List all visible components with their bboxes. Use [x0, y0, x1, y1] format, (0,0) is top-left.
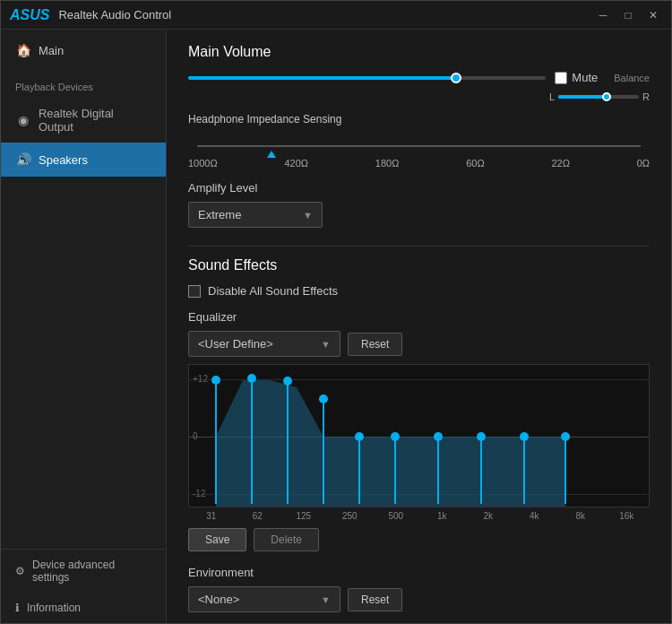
equalizer-label: Equalizer: [188, 310, 650, 324]
amplify-label: Amplify Level: [188, 181, 650, 195]
impedance-val-1: 420Ω: [284, 158, 308, 169]
balance-left-label: L: [549, 91, 555, 102]
amplify-dropdown[interactable]: Extreme ▼: [188, 202, 323, 228]
window-controls: ─ □ ✕: [594, 6, 662, 24]
freq-label-2k: 2k: [465, 511, 512, 521]
impedance-val-0: 1000Ω: [188, 158, 218, 169]
equalizer-save-button[interactable]: Save: [188, 528, 246, 551]
volume-slider-track[interactable]: [188, 76, 546, 80]
disable-sound-effects-row: Disable All Sound Effects: [188, 284, 650, 298]
svg-point-6: [283, 377, 292, 386]
environment-controls: <None> ▼ Reset: [188, 586, 650, 612]
freq-label-1k: 1k: [419, 511, 466, 521]
svg-point-18: [520, 432, 529, 441]
device-advanced-settings-label: Device advanced settings: [32, 559, 151, 584]
env-dropdown-arrow: ▼: [321, 594, 331, 605]
sidebar-section-label: Playback Devices: [1, 71, 166, 98]
svg-point-20: [561, 432, 570, 441]
sidebar-main-label: Main: [39, 44, 64, 57]
environment-section: Environment <None> ▼ Reset Loudness Equa…: [188, 566, 650, 623]
maximize-button[interactable]: □: [619, 6, 637, 24]
svg-point-14: [434, 432, 443, 441]
eq-action-buttons: Save Delete: [188, 528, 650, 551]
environment-dropdown[interactable]: <None> ▼: [188, 586, 340, 612]
sidebar-item-information[interactable]: ℹ Information: [1, 593, 166, 623]
mute-checkbox[interactable]: Mute: [555, 71, 598, 84]
impedance-values: 1000Ω 420Ω 180Ω 60Ω 22Ω 0Ω: [188, 158, 650, 169]
impedance-section: Headphone Impedance Sensing 1000Ω 420Ω 1…: [188, 113, 650, 169]
svg-marker-0: [216, 380, 565, 507]
sidebar-item-device-advanced-settings[interactable]: ⚙ Device advanced settings: [1, 550, 166, 593]
amplify-dropdown-arrow: ▼: [303, 210, 313, 221]
output-icon: ◉: [15, 112, 31, 128]
amplify-section: Amplify Level Extreme ▼: [188, 181, 650, 228]
equalizer-controls: <User Define> ▼ Reset: [188, 331, 650, 357]
freq-label-8k: 8k: [557, 511, 604, 521]
mute-label: Mute: [572, 71, 598, 84]
impedance-val-2: 180Ω: [375, 158, 400, 169]
freq-label-125: 125: [280, 511, 327, 521]
balance-slider-track[interactable]: [558, 95, 639, 99]
environment-reset-button[interactable]: Reset: [348, 588, 402, 611]
app-window: ASUS Realtek Audio Control ─ □ ✕ 🏠 Main …: [0, 0, 672, 624]
balance-right-label: R: [642, 91, 650, 102]
freq-labels: 31 62 125 250 500 1k 2k 4k 8k 16k: [188, 511, 650, 521]
sidebar-item-realtek-digital-output[interactable]: ◉ Realtek Digital Output: [1, 98, 166, 143]
sound-effects-title: Sound Effects: [188, 257, 650, 273]
information-label: Information: [27, 602, 81, 614]
freq-label-16k: 16k: [604, 511, 650, 521]
home-icon: 🏠: [15, 42, 31, 58]
volume-section-title: Main Volume: [188, 44, 650, 60]
impedance-bar-area: [188, 133, 650, 158]
freq-label-31: 31: [188, 511, 235, 521]
amplify-value: Extreme: [198, 208, 241, 221]
main-content: 🏠 Main Playback Devices ◉ Realtek Digita…: [1, 30, 671, 623]
equalizer-delete-button[interactable]: Delete: [254, 528, 319, 551]
window-title: Realtek Audio Control: [58, 8, 594, 22]
svg-point-2: [211, 376, 220, 385]
eq-dropdown-arrow: ▼: [321, 339, 331, 350]
mute-input[interactable]: [555, 72, 567, 84]
sidebar: 🏠 Main Playback Devices ◉ Realtek Digita…: [1, 30, 167, 623]
sidebar-item-label-realtek: Realtek Digital Output: [39, 107, 151, 134]
disable-sound-effects-label: Disable All Sound Effects: [208, 284, 338, 298]
svg-point-16: [477, 432, 486, 441]
environment-label: Environment: [188, 566, 650, 579]
sound-effects-section: Sound Effects Disable All Sound Effects …: [188, 257, 650, 623]
equalizer-section: Equalizer <User Define> ▼ Reset: [188, 310, 650, 551]
main-panel: Main Volume Mute Balance L: [167, 30, 671, 623]
freq-label-500: 500: [373, 511, 419, 521]
sidebar-footer: ⚙ Device advanced settings ℹ Information: [1, 549, 166, 623]
close-button[interactable]: ✕: [644, 6, 662, 24]
impedance-val-5: 0Ω: [637, 158, 650, 169]
svg-point-4: [247, 374, 256, 383]
equalizer-preset-dropdown[interactable]: <User Define> ▼: [188, 331, 340, 357]
svg-point-10: [355, 432, 364, 441]
freq-label-62: 62: [235, 511, 281, 521]
sidebar-item-speakers[interactable]: 🔊 Speakers: [1, 143, 166, 177]
equalizer-svg: [189, 365, 649, 507]
titlebar: ASUS Realtek Audio Control ─ □ ✕: [1, 1, 671, 30]
equalizer-reset-button[interactable]: Reset: [348, 333, 402, 356]
balance-thumb[interactable]: [602, 92, 611, 101]
info-icon: ℹ: [15, 602, 20, 614]
impedance-pointer: [267, 151, 276, 158]
freq-label-4k: 4k: [512, 511, 558, 521]
impedance-val-3: 60Ω: [466, 158, 484, 169]
environment-value: <None>: [198, 593, 239, 606]
sidebar-item-label-speakers: Speakers: [39, 153, 88, 167]
impedance-label: Headphone Impedance Sensing: [188, 113, 650, 126]
svg-point-12: [391, 432, 400, 441]
balance-title: Balance: [614, 73, 650, 83]
minimize-button[interactable]: ─: [594, 6, 612, 24]
impedance-val-4: 22Ω: [551, 158, 569, 169]
disable-sound-effects-checkbox[interactable]: [188, 285, 201, 298]
equalizer-chart: +12 0 -12: [188, 364, 650, 507]
loudness-equalization-text: Loudness Equalization uses understanding…: [188, 621, 650, 623]
equalizer-preset-value: <User Define>: [198, 337, 273, 351]
svg-point-8: [319, 394, 328, 403]
sidebar-item-main[interactable]: 🏠 Main: [1, 30, 166, 71]
speaker-icon: 🔊: [15, 152, 31, 168]
freq-label-250: 250: [327, 511, 374, 521]
asus-logo: ASUS: [10, 7, 49, 23]
